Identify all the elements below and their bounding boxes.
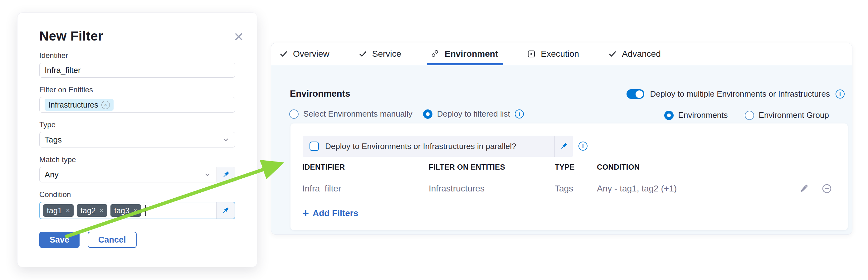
- chevron-down-icon: [204, 171, 212, 179]
- tab-execution-label: Execution: [541, 49, 579, 59]
- row-type: Tags: [555, 184, 597, 194]
- environment-hexagons-icon: [430, 49, 440, 59]
- radio-environment-group[interactable]: Environment Group: [745, 110, 829, 120]
- new-filter-modal: × New Filter Identifier Infra_filter Fil…: [17, 12, 257, 267]
- parallel-label: Deploy to Environments or Infrastructure…: [325, 142, 554, 151]
- identifier-input[interactable]: Infra_filter: [39, 63, 235, 78]
- tab-advanced[interactable]: Advanced: [608, 43, 661, 65]
- edit-filter-button[interactable]: [792, 183, 815, 194]
- radio-selected-icon[interactable]: [423, 109, 432, 119]
- remove-filter-button[interactable]: [815, 183, 838, 194]
- pin-icon: [221, 170, 230, 179]
- radio-environments[interactable]: Environments: [664, 110, 728, 120]
- type-label: Type: [39, 120, 235, 129]
- pin-button[interactable]: [217, 167, 235, 182]
- filters-table-header: IDENTIFIER FILTER ON ENTITIES TYPE CONDI…: [302, 163, 838, 172]
- pin-icon: [221, 206, 230, 215]
- check-icon: [279, 49, 288, 59]
- save-button[interactable]: Save: [39, 232, 80, 248]
- info-icon[interactable]: i: [515, 109, 524, 118]
- remove-tag-icon[interactable]: ×: [99, 207, 103, 214]
- radio-select-manually[interactable]: Select Environments manually: [289, 109, 412, 119]
- remove-chip-icon[interactable]: ×: [101, 101, 110, 109]
- col-identifier: IDENTIFIER: [302, 163, 429, 172]
- filters-card: Deploy to Environments or Infrastructure…: [290, 124, 848, 230]
- tab-advanced-label: Advanced: [622, 49, 661, 59]
- col-filter-on-entities: FILTER ON ENTITIES: [429, 163, 555, 172]
- parallel-checkbox[interactable]: [310, 142, 319, 151]
- identifier-label: Identifier: [39, 51, 235, 60]
- row-filter-on-entities: Infrastructures: [429, 184, 555, 194]
- tag-chip: tag2 ×: [77, 204, 107, 217]
- filter-table-row: Infra_filter Infrastructures Tags Any - …: [302, 180, 838, 198]
- tab-environment[interactable]: Environment: [430, 43, 498, 65]
- radio-deploy-filtered[interactable]: Deploy to filtered list i: [423, 109, 524, 119]
- tab-overview[interactable]: Overview: [279, 43, 330, 65]
- multi-env-toggle-label: Deploy to multiple Environments or Infra…: [650, 89, 830, 99]
- minus-circle-icon: [821, 183, 832, 194]
- radio-deploy-filtered-label: Deploy to filtered list: [437, 109, 510, 119]
- type-value: Tags: [44, 135, 62, 145]
- info-icon[interactable]: i: [579, 142, 588, 151]
- info-icon[interactable]: i: [836, 90, 845, 99]
- cancel-button[interactable]: Cancel: [88, 232, 137, 248]
- text-caret: [145, 205, 146, 216]
- tag-label: tag1: [47, 206, 62, 215]
- match-type-value: Any: [44, 170, 59, 180]
- stage-tabbar: Overview Service Environment Execution: [271, 43, 852, 65]
- col-type: TYPE: [555, 163, 597, 172]
- radio-selected-icon[interactable]: [664, 111, 674, 120]
- col-condition: CONDITION: [597, 163, 792, 172]
- multi-env-toggle[interactable]: [626, 89, 644, 99]
- match-type-field: Match type Any: [39, 155, 235, 182]
- check-icon: [608, 49, 617, 59]
- modal-title: New Filter: [39, 29, 235, 43]
- remove-tag-icon[interactable]: ×: [133, 207, 137, 214]
- identifier-value: Infra_filter: [44, 66, 81, 75]
- identifier-field: Identifier Infra_filter: [39, 51, 235, 78]
- pipeline-stage-panel: Overview Service Environment Execution: [271, 43, 852, 235]
- pin-icon: [559, 142, 568, 151]
- type-select[interactable]: Tags: [39, 132, 235, 147]
- match-type-select[interactable]: Any: [40, 167, 217, 182]
- chevron-down-icon: [222, 136, 230, 144]
- modal-buttons: Save Cancel: [39, 232, 235, 248]
- match-type-label: Match type: [39, 155, 235, 164]
- tab-execution[interactable]: Execution: [527, 43, 579, 65]
- tab-environment-label: Environment: [444, 49, 498, 59]
- condition-label: Condition: [39, 190, 235, 199]
- tag-chip: tag1 ×: [43, 204, 74, 217]
- add-filters-label: Add Filters: [313, 208, 358, 218]
- tag-chip: tag3 ×: [111, 204, 141, 217]
- plus-icon: +: [302, 208, 309, 219]
- row-condition: Any - tag1, tag2 (+1): [597, 184, 792, 194]
- entities-label: Filter on Entities: [39, 85, 235, 95]
- radio-environment-group-label: Environment Group: [759, 110, 829, 120]
- pin-button[interactable]: [554, 136, 573, 157]
- tab-service[interactable]: Service: [358, 43, 401, 65]
- entities-input[interactable]: Infrastructures ×: [39, 97, 235, 112]
- parallel-deploy-bar: Deploy to Environments or Infrastructure…: [303, 136, 573, 157]
- condition-tags-input[interactable]: tag1 × tag2 × tag3 ×: [40, 202, 216, 218]
- execution-play-icon: [527, 49, 536, 59]
- radio-select-manually-label: Select Environments manually: [303, 109, 412, 119]
- close-icon[interactable]: ×: [234, 28, 243, 44]
- type-field: Type Tags: [39, 120, 235, 147]
- environments-heading: Environments: [290, 89, 350, 99]
- page: Overview Service Environment Execution: [0, 0, 868, 280]
- pin-button[interactable]: [216, 202, 235, 218]
- match-type-combo: Any: [39, 167, 235, 182]
- tag-label: tag3: [114, 206, 129, 215]
- entities-field: Filter on Entities Infrastructures ×: [39, 85, 235, 112]
- tag-label: tag2: [81, 206, 96, 215]
- remove-tag-icon[interactable]: ×: [66, 207, 70, 214]
- condition-field: Condition tag1 × tag2 × tag3 ×: [39, 190, 235, 219]
- tab-service-label: Service: [372, 49, 401, 59]
- add-filters-button[interactable]: + Add Filters: [302, 208, 358, 219]
- entities-chip-label: Infrastructures: [49, 100, 98, 109]
- check-icon: [358, 49, 368, 59]
- radio-environments-label: Environments: [678, 110, 728, 120]
- radio-unselected-icon[interactable]: [745, 111, 754, 120]
- radio-unselected-icon[interactable]: [289, 109, 299, 119]
- environment-target-radios: Environments Environment Group: [664, 110, 829, 120]
